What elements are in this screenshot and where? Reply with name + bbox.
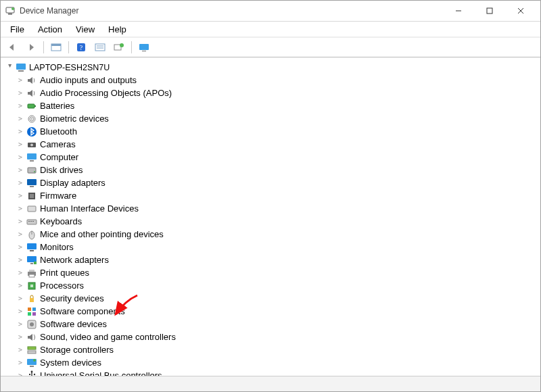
chevron-right-icon[interactable]: >: [16, 89, 25, 97]
chevron-right-icon[interactable]: >: [16, 256, 25, 264]
tree-category[interactable]: >Universal Serial Bus controllers: [16, 369, 540, 376]
tree-category[interactable]: >Cameras: [16, 138, 540, 151]
chevron-right-icon[interactable]: >: [16, 346, 25, 353]
tree-category[interactable]: >Network adapters: [16, 253, 540, 266]
chevron-right-icon[interactable]: >: [16, 333, 25, 341]
svg-rect-50: [29, 274, 34, 277]
tree-category[interactable]: >Mice and other pointing devices: [16, 228, 540, 241]
chevron-right-icon[interactable]: >: [16, 179, 25, 187]
svg-rect-35: [30, 194, 34, 198]
menu-help[interactable]: Help: [101, 23, 133, 36]
tree-category[interactable]: >Sound, video and game controllers: [16, 330, 540, 343]
forward-button[interactable]: [22, 39, 40, 55]
cpu-icon: [26, 280, 37, 291]
category-label: Audio inputs and outputs: [40, 75, 137, 85]
tree-category[interactable]: >Software devices: [16, 318, 540, 330]
titlebar: Device Manager: [1, 1, 540, 22]
close-button[interactable]: [505, 1, 536, 21]
tree-category[interactable]: >Audio inputs and outputs: [16, 74, 540, 87]
svg-rect-47: [34, 262, 37, 264]
svg-rect-38: [28, 221, 30, 222]
svg-rect-66: [29, 374, 30, 375]
tree-category[interactable]: >Firmware: [16, 189, 540, 202]
tree-category[interactable]: >Monitors: [16, 241, 540, 253]
chevron-right-icon[interactable]: >: [16, 243, 25, 251]
tree-category[interactable]: >Audio Processing Objects (APOs): [16, 87, 540, 99]
tree-category[interactable]: >Bluetooth: [16, 125, 540, 138]
chevron-right-icon[interactable]: >: [16, 153, 25, 161]
svg-rect-36: [28, 206, 36, 212]
chevron-right-icon[interactable]: >: [16, 128, 25, 135]
toolbar-separator: [68, 41, 69, 53]
tree-category[interactable]: >Batteries: [16, 99, 540, 112]
chevron-right-icon[interactable]: >: [16, 320, 25, 328]
tree-category[interactable]: >Processors: [16, 279, 540, 292]
chevron-right-icon[interactable]: >: [16, 102, 25, 109]
battery-icon: [26, 101, 37, 112]
tree-category[interactable]: >Display adapters: [16, 176, 540, 189]
svg-rect-40: [32, 221, 34, 222]
add-legacy-button[interactable]: [135, 39, 153, 55]
chevron-right-icon[interactable]: >: [16, 141, 25, 148]
tree-category[interactable]: >Biometric devices: [16, 112, 540, 125]
menubar: File Action View Help: [1, 22, 540, 37]
show-hidden-button[interactable]: [47, 39, 65, 55]
svg-rect-16: [139, 44, 149, 50]
chevron-right-icon[interactable]: >: [16, 205, 25, 212]
tree-category[interactable]: >Computer: [16, 151, 540, 164]
category-label: Bluetooth: [40, 126, 77, 137]
svg-rect-45: [27, 256, 37, 262]
maximize-button[interactable]: [474, 1, 505, 21]
components-icon: [26, 306, 37, 317]
chevron-right-icon[interactable]: >: [16, 76, 25, 84]
back-button[interactable]: [3, 39, 21, 55]
chevron-right-icon[interactable]: >: [16, 218, 25, 225]
menu-file[interactable]: File: [3, 23, 31, 36]
expand-icon[interactable]: ▸: [7, 64, 14, 72]
minimize-button[interactable]: [443, 1, 474, 21]
svg-rect-1: [8, 14, 12, 15]
help-button[interactable]: ?: [72, 39, 90, 55]
tree-category[interactable]: >Storage controllers: [16, 343, 540, 356]
chevron-right-icon[interactable]: >: [16, 115, 25, 122]
svg-rect-43: [27, 243, 37, 249]
category-label: Software devices: [40, 319, 107, 329]
chevron-right-icon[interactable]: >: [16, 230, 25, 238]
disk-icon: [26, 165, 37, 176]
tree-category[interactable]: >Human Interface Devices: [16, 202, 540, 215]
tree-category[interactable]: >Software components: [16, 305, 540, 318]
tree-category[interactable]: >System devices: [16, 356, 540, 369]
menu-action[interactable]: Action: [31, 23, 69, 36]
chevron-right-icon[interactable]: >: [16, 282, 25, 289]
tree-category[interactable]: >Security devices: [16, 292, 540, 305]
svg-rect-8: [51, 44, 61, 46]
mouse-icon: [26, 229, 37, 240]
properties-button[interactable]: [91, 39, 109, 55]
chevron-right-icon[interactable]: >: [16, 192, 25, 199]
svg-rect-28: [27, 153, 37, 160]
tree-category[interactable]: >Print queues: [16, 266, 540, 279]
svg-rect-55: [32, 308, 36, 311]
svg-rect-63: [30, 366, 34, 367]
svg-point-64: [33, 359, 36, 362]
svg-rect-33: [30, 186, 34, 187]
chevron-right-icon[interactable]: >: [16, 166, 25, 174]
tree-root[interactable]: ▸ LAPTOP-ESH2SN7U: [3, 62, 540, 74]
usb-icon: [26, 370, 37, 376]
tree-category[interactable]: >Disk drives: [16, 164, 540, 176]
tree-category[interactable]: >Keyboards: [16, 215, 540, 228]
svg-rect-56: [28, 312, 31, 316]
category-label: Print queues: [40, 268, 89, 278]
category-label: Firmware: [40, 191, 76, 201]
chevron-right-icon[interactable]: >: [16, 359, 25, 366]
chevron-right-icon[interactable]: >: [16, 269, 25, 276]
chip-icon: [26, 191, 37, 201]
menu-view[interactable]: View: [69, 23, 101, 36]
category-label: Audio Processing Objects (APOs): [40, 88, 172, 98]
chevron-right-icon[interactable]: >: [16, 308, 25, 315]
device-tree[interactable]: ▸ LAPTOP-ESH2SN7U >Audio inputs and outp…: [1, 57, 540, 376]
chevron-right-icon[interactable]: >: [16, 372, 25, 376]
chevron-right-icon[interactable]: >: [16, 295, 25, 302]
category-label: Storage controllers: [40, 345, 114, 355]
scan-hardware-button[interactable]: [110, 39, 128, 55]
